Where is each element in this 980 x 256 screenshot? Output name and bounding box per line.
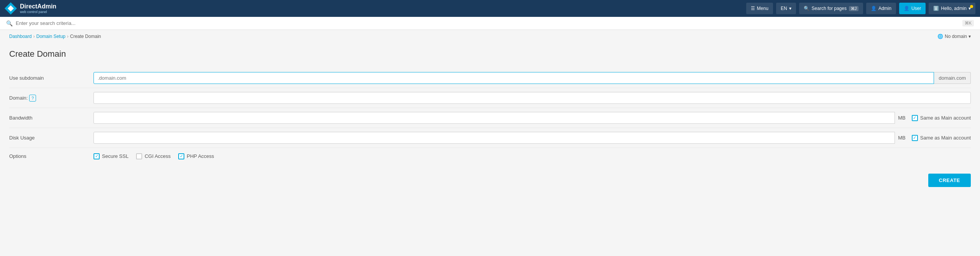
search-icon: 🔍 bbox=[804, 6, 809, 11]
search-shortcut-badge: ⌘J bbox=[849, 6, 859, 11]
php-access-label: PHP Access bbox=[187, 153, 214, 159]
globe-icon: 🌐 bbox=[937, 34, 943, 39]
hello-button[interactable]: ℹ️ Hello, admin ▾ bbox=[929, 3, 975, 14]
menu-button[interactable]: ☰ Menu bbox=[746, 3, 773, 14]
php-access-option[interactable]: ✓ PHP Access bbox=[178, 153, 214, 159]
domain-label: Domain: bbox=[9, 95, 28, 101]
disk-same-main-text: Same as Main account bbox=[920, 135, 971, 141]
secure-ssl-label: Secure SSL bbox=[102, 153, 128, 159]
options-control-cell: ✓ Secure SSL CGI Access ✓ PHP Access bbox=[94, 148, 971, 165]
search-icon-small: 🔍 bbox=[6, 20, 13, 26]
page-content: Create Domain Use subdomain domain.com D… bbox=[0, 43, 980, 253]
secure-ssl-checkbox[interactable]: ✓ bbox=[94, 153, 100, 159]
bandwidth-same-main-label[interactable]: ✓ Same as Main account bbox=[912, 115, 971, 121]
breadcrumb-row: Dashboard › Domain Setup › Create Domain… bbox=[0, 30, 980, 43]
create-button[interactable]: CREATE bbox=[928, 174, 971, 187]
bandwidth-input[interactable]: 1000 bbox=[94, 112, 895, 124]
shortcut-text: ⌘J bbox=[851, 7, 857, 11]
breadcrumb: Dashboard › Domain Setup › Create Domain bbox=[9, 34, 101, 39]
domain-label-group: Domain: ? bbox=[9, 95, 87, 102]
search-input[interactable] bbox=[16, 20, 959, 26]
secure-ssl-option[interactable]: ✓ Secure SSL bbox=[94, 153, 128, 159]
disk-usage-label-cell: Disk Usage bbox=[9, 128, 94, 148]
chevron-down-icon-domain: ▾ bbox=[969, 34, 971, 39]
cgi-access-label: CGI Access bbox=[144, 153, 171, 159]
no-domain-label: No domain bbox=[945, 34, 967, 39]
breadcrumb-dashboard[interactable]: Dashboard bbox=[9, 34, 32, 39]
subdomain-input[interactable] bbox=[94, 72, 934, 84]
breadcrumb-sep-2: › bbox=[67, 34, 69, 39]
bandwidth-label: Bandwidth bbox=[9, 115, 33, 121]
cgi-access-option[interactable]: CGI Access bbox=[136, 153, 171, 159]
breadcrumb-domain-setup[interactable]: Domain Setup bbox=[36, 34, 66, 39]
options-row: Options ✓ Secure SSL CGI Access ✓ PHP Ac… bbox=[9, 148, 971, 165]
logo-subtitle: web control panel bbox=[20, 10, 56, 14]
disk-same-main-checkbox[interactable]: ✓ bbox=[912, 135, 918, 141]
logo-icon bbox=[5, 2, 17, 15]
user-icon: 👤 bbox=[904, 6, 909, 11]
info-icon: ℹ️ bbox=[933, 6, 939, 11]
bandwidth-row: Bandwidth 1000 MB ✓ Same as Main account bbox=[9, 108, 971, 128]
options-label: Options bbox=[9, 153, 26, 159]
global-search-bar: 🔍 ⌘K bbox=[0, 17, 980, 30]
chevron-down-icon: ▾ bbox=[789, 6, 791, 11]
admin-label: Admin bbox=[878, 6, 891, 11]
disk-usage-label: Disk Usage bbox=[9, 135, 34, 141]
cgi-access-checkbox[interactable] bbox=[136, 153, 142, 159]
disk-usage-input[interactable]: 0 bbox=[94, 132, 895, 144]
domain-row: Domain: ? bbox=[9, 88, 971, 108]
disk-usage-unit: MB bbox=[898, 135, 906, 141]
create-domain-form: Use subdomain domain.com Domain: ? bbox=[9, 68, 971, 164]
subdomain-row: Use subdomain domain.com bbox=[9, 68, 971, 88]
search-pages-label: Search for pages bbox=[812, 6, 847, 11]
disk-usage-row: Disk Usage 0 MB ✓ Same as Main account bbox=[9, 128, 971, 148]
subdomain-label: Use subdomain bbox=[9, 75, 44, 81]
subdomain-input-group: domain.com bbox=[94, 72, 971, 84]
no-domain-button[interactable]: 🌐 No domain ▾ bbox=[937, 34, 971, 39]
disk-same-main-label[interactable]: ✓ Same as Main account bbox=[912, 135, 971, 141]
bandwidth-control-cell: 1000 MB ✓ Same as Main account bbox=[94, 108, 971, 128]
domain-label-cell: Domain: ? bbox=[9, 88, 94, 108]
bandwidth-same-main-text: Same as Main account bbox=[920, 115, 971, 121]
svg-marker-0 bbox=[8, 5, 14, 11]
php-access-checkbox[interactable]: ✓ bbox=[178, 153, 184, 159]
logo-area: DirectAdmin web control panel bbox=[5, 2, 56, 15]
breadcrumb-current: Create Domain bbox=[70, 34, 101, 39]
search-pages-button[interactable]: 🔍 Search for pages ⌘J bbox=[799, 3, 863, 14]
menu-label: Menu bbox=[757, 6, 768, 11]
bandwidth-same-main-checkbox[interactable]: ✓ bbox=[912, 115, 918, 121]
search-shortcut-hint: ⌘K bbox=[962, 20, 974, 26]
user-label: User bbox=[911, 6, 921, 11]
options-label-cell: Options bbox=[9, 148, 94, 165]
hello-wrapper: ℹ️ Hello, admin ▾ bbox=[929, 3, 975, 14]
lang-label: EN bbox=[781, 6, 787, 11]
breadcrumb-sep-1: › bbox=[33, 34, 35, 39]
language-button[interactable]: EN ▾ bbox=[776, 3, 796, 14]
subdomain-control-cell: domain.com bbox=[94, 68, 971, 88]
disk-usage-control-cell: 0 MB ✓ Same as Main account bbox=[94, 128, 971, 148]
options-group: ✓ Secure SSL CGI Access ✓ PHP Access bbox=[94, 153, 971, 159]
create-button-row: CREATE bbox=[9, 164, 971, 190]
user-button[interactable]: 👤 User bbox=[899, 3, 926, 14]
bandwidth-input-group: 1000 MB ✓ Same as Main account bbox=[94, 112, 971, 124]
logo-name: DirectAdmin bbox=[20, 3, 56, 10]
domain-control-cell bbox=[94, 88, 971, 108]
page-title: Create Domain bbox=[9, 49, 971, 59]
subdomain-suffix: domain.com bbox=[934, 72, 971, 84]
menu-icon: ☰ bbox=[751, 6, 755, 11]
logo-text-block: DirectAdmin web control panel bbox=[20, 3, 56, 14]
notification-dot bbox=[970, 5, 973, 8]
subdomain-label-cell: Use subdomain bbox=[9, 68, 94, 88]
hello-label: Hello, admin bbox=[941, 6, 967, 11]
top-navigation: DirectAdmin web control panel ☰ Menu EN … bbox=[0, 0, 980, 17]
disk-usage-input-group: 0 MB ✓ Same as Main account bbox=[94, 132, 971, 144]
bandwidth-unit: MB bbox=[898, 115, 906, 121]
user-circle-icon: 👤 bbox=[871, 6, 877, 11]
admin-button[interactable]: 👤 Admin bbox=[866, 3, 896, 14]
bandwidth-label-cell: Bandwidth bbox=[9, 108, 94, 128]
help-icon[interactable]: ? bbox=[29, 95, 36, 102]
domain-input[interactable] bbox=[94, 92, 971, 104]
